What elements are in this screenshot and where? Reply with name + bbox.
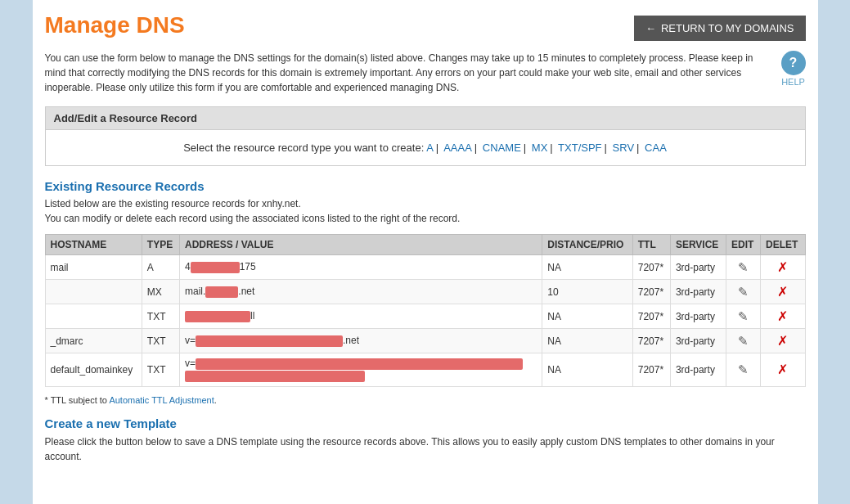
existing-desc-line1: Listed below are the existing resource r… bbox=[45, 198, 301, 209]
cell-service: 3rd-party bbox=[670, 353, 726, 387]
cell-address: v= bbox=[179, 353, 542, 387]
delete-button[interactable]: ✗ bbox=[777, 260, 788, 274]
help-label: HELP bbox=[781, 77, 805, 87]
info-row: You can use the form below to manage the… bbox=[45, 51, 806, 95]
arrow-left-icon: ← bbox=[645, 22, 656, 34]
edit-button[interactable]: ✎ bbox=[738, 260, 749, 274]
record-type-cname: CNAME bbox=[483, 142, 521, 154]
record-type-txtspf-link[interactable]: TXT/SPF bbox=[558, 142, 601, 154]
add-edit-body: Select the resource record type you want… bbox=[46, 130, 805, 165]
record-type-prompt: Select the resource record type you want… bbox=[183, 142, 424, 154]
cell-ttl: 7207* bbox=[632, 353, 670, 387]
delete-button[interactable]: ✗ bbox=[777, 362, 788, 376]
ttl-adjustment-link[interactable]: Automatic TTL Adjustment bbox=[109, 395, 214, 405]
col-ttl: TTL bbox=[632, 235, 670, 255]
table-row: MXmail..net107207*3rd-party✎✗ bbox=[45, 280, 805, 304]
existing-records-title: Existing Resource Records bbox=[45, 179, 806, 193]
cell-distance: NA bbox=[542, 353, 632, 387]
header-row: Manage DNS ← RETURN TO MY DOMAINS bbox=[45, 12, 806, 41]
cell-ttl: 7207* bbox=[632, 255, 670, 280]
return-button-label: RETURN TO MY DOMAINS bbox=[661, 22, 794, 34]
delete-button[interactable]: ✗ bbox=[777, 334, 788, 348]
cell-ttl: 7207* bbox=[632, 304, 670, 329]
cell-hostname bbox=[45, 280, 142, 304]
cell-type: A bbox=[142, 255, 179, 280]
table-row: default_domainkeyTXTv=NA7207*3rd-party✎✗ bbox=[45, 353, 805, 387]
record-type-srv-link[interactable]: SRV bbox=[613, 142, 635, 154]
col-service: SERVICE bbox=[670, 235, 726, 255]
cell-type: TXT bbox=[142, 329, 179, 353]
cell-address: mail..net bbox=[179, 280, 542, 304]
edit-button[interactable]: ✎ bbox=[738, 362, 749, 376]
cell-ttl: 7207* bbox=[632, 280, 670, 304]
existing-records-desc: Listed below are the existing resource r… bbox=[45, 196, 806, 226]
cell-distance: NA bbox=[542, 329, 632, 353]
info-text: You can use the form below to manage the… bbox=[45, 51, 757, 95]
create-template-desc: Please click the button below to save a … bbox=[45, 434, 806, 464]
cell-delete: ✗ bbox=[760, 280, 805, 304]
delete-button[interactable]: ✗ bbox=[777, 309, 788, 323]
edit-button[interactable]: ✎ bbox=[738, 334, 749, 348]
record-type-mx: MX bbox=[532, 142, 548, 154]
record-type-caa: CAA bbox=[645, 142, 667, 154]
table-row: TXTllNA7207*3rd-party✎✗ bbox=[45, 304, 805, 329]
cell-distance: NA bbox=[542, 304, 632, 329]
cell-type: TXT bbox=[142, 353, 179, 387]
create-template-section: Create a new Template Please click the b… bbox=[45, 416, 806, 464]
cell-edit: ✎ bbox=[726, 304, 761, 329]
cell-service: 3rd-party bbox=[670, 304, 726, 329]
record-type-srv: SRV bbox=[613, 142, 635, 154]
edit-button[interactable]: ✎ bbox=[738, 309, 749, 323]
cell-delete: ✗ bbox=[760, 329, 805, 353]
cell-edit: ✎ bbox=[726, 255, 761, 280]
cell-delete: ✗ bbox=[760, 304, 805, 329]
delete-button[interactable]: ✗ bbox=[777, 285, 788, 299]
col-delete: DELET bbox=[760, 235, 805, 255]
cell-hostname bbox=[45, 304, 142, 329]
return-to-domains-button[interactable]: ← RETURN TO MY DOMAINS bbox=[634, 16, 806, 41]
ttl-note-prefix: * TTL subject to bbox=[45, 395, 110, 405]
record-type-mx-link[interactable]: MX bbox=[532, 142, 548, 154]
edit-button[interactable]: ✎ bbox=[738, 285, 749, 299]
cell-address: ll bbox=[179, 304, 542, 329]
cell-edit: ✎ bbox=[726, 329, 761, 353]
dns-records-table: HOSTNAME TYPE ADDRESS / VALUE DISTANCE/P… bbox=[45, 234, 806, 387]
record-type-txtspf: TXT/SPF bbox=[558, 142, 601, 154]
record-type-aaaa-link[interactable]: AAAA bbox=[443, 142, 472, 154]
col-type: TYPE bbox=[142, 235, 179, 255]
record-type-cname-link[interactable]: CNAME bbox=[483, 142, 521, 154]
ttl-note-suffix: . bbox=[214, 395, 217, 405]
existing-records-section: Existing Resource Records Listed below a… bbox=[45, 179, 806, 387]
cell-hostname: _dmarc bbox=[45, 329, 142, 353]
record-type-a: A bbox=[426, 142, 434, 154]
cell-type: TXT bbox=[142, 304, 179, 329]
cell-delete: ✗ bbox=[760, 353, 805, 387]
add-edit-section: Add/Edit a Resource Record Select the re… bbox=[45, 106, 806, 166]
cell-address: 4175 bbox=[179, 255, 542, 280]
record-type-caa-link[interactable]: CAA bbox=[645, 142, 667, 154]
create-template-title: Create a new Template bbox=[45, 416, 806, 430]
cell-delete: ✗ bbox=[760, 255, 805, 280]
cell-service: 3rd-party bbox=[670, 280, 726, 304]
cell-hostname: default_domainkey bbox=[45, 353, 142, 387]
cell-ttl: 7207* bbox=[632, 329, 670, 353]
cell-address: v=.net bbox=[179, 329, 542, 353]
table-row: mailA4175NA7207*3rd-party✎✗ bbox=[45, 255, 805, 280]
cell-hostname: mail bbox=[45, 255, 142, 280]
table-row: _dmarcTXTv=.netNA7207*3rd-party✎✗ bbox=[45, 329, 805, 353]
record-type-a-link[interactable]: A bbox=[426, 142, 434, 154]
page-title: Manage DNS bbox=[45, 12, 185, 38]
col-distance: DISTANCE/PRIO bbox=[542, 235, 632, 255]
cell-distance: NA bbox=[542, 255, 632, 280]
main-container: Manage DNS ← RETURN TO MY DOMAINS You ca… bbox=[33, 0, 818, 504]
col-address: ADDRESS / VALUE bbox=[179, 235, 542, 255]
ttl-note: * TTL subject to Automatic TTL Adjustmen… bbox=[45, 395, 806, 405]
cell-edit: ✎ bbox=[726, 280, 761, 304]
cell-type: MX bbox=[142, 280, 179, 304]
cell-edit: ✎ bbox=[726, 353, 761, 387]
cell-service: 3rd-party bbox=[670, 255, 726, 280]
cell-service: 3rd-party bbox=[670, 329, 726, 353]
help-icon: ? bbox=[781, 51, 806, 75]
record-type-aaaa: AAAA bbox=[443, 142, 472, 154]
help-button[interactable]: ? HELP bbox=[781, 51, 806, 87]
